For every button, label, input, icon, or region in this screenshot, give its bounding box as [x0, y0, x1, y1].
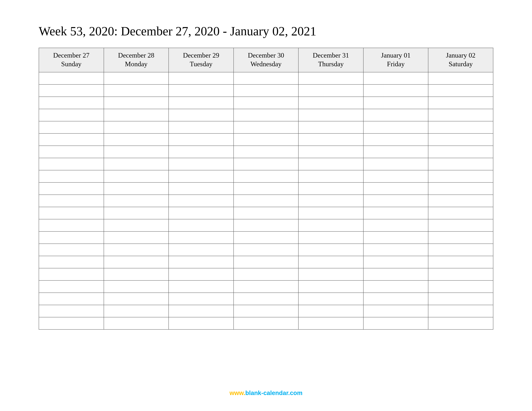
- blank-cell: [39, 182, 104, 195]
- blank-cell: [169, 121, 234, 133]
- blank-cell: [363, 72, 428, 84]
- blank-cell: [234, 182, 299, 195]
- blank-cell: [104, 305, 169, 317]
- blank-cell: [428, 121, 493, 133]
- blank-cell: [428, 84, 493, 97]
- blank-cell: [234, 305, 299, 317]
- col-day: Thursday: [300, 60, 362, 68]
- blank-cell: [363, 97, 428, 109]
- blank-cell: [363, 146, 428, 158]
- header-row: December 27 Sunday December 28 Monday De…: [39, 48, 493, 72]
- blank-cell: [363, 268, 428, 280]
- calendar-body: [39, 72, 493, 329]
- blank-cell: [39, 232, 104, 244]
- blank-cell: [39, 244, 104, 256]
- blank-cell: [298, 109, 363, 121]
- table-row: [39, 256, 493, 268]
- blank-cell: [234, 97, 299, 109]
- col-date: December 28: [105, 51, 167, 60]
- col-header-4: December 31 Thursday: [298, 48, 363, 72]
- blank-cell: [363, 121, 428, 133]
- blank-cell: [169, 256, 234, 268]
- blank-cell: [428, 317, 493, 329]
- blank-cell: [428, 305, 493, 317]
- blank-cell: [363, 244, 428, 256]
- blank-cell: [169, 207, 234, 219]
- blank-cell: [428, 133, 493, 146]
- blank-cell: [169, 84, 234, 97]
- table-row: [39, 146, 493, 158]
- blank-cell: [169, 293, 234, 305]
- blank-cell: [234, 109, 299, 121]
- blank-cell: [363, 109, 428, 121]
- blank-cell: [363, 170, 428, 182]
- blank-cell: [234, 268, 299, 280]
- blank-cell: [428, 280, 493, 293]
- blank-cell: [169, 219, 234, 232]
- blank-cell: [298, 219, 363, 232]
- blank-cell: [39, 146, 104, 158]
- blank-cell: [234, 280, 299, 293]
- blank-cell: [169, 244, 234, 256]
- blank-cell: [39, 219, 104, 232]
- blank-cell: [234, 293, 299, 305]
- blank-cell: [169, 280, 234, 293]
- blank-cell: [104, 158, 169, 170]
- blank-cell: [234, 195, 299, 207]
- blank-cell: [363, 317, 428, 329]
- blank-cell: [104, 109, 169, 121]
- col-header-0: December 27 Sunday: [39, 48, 104, 72]
- blank-cell: [104, 97, 169, 109]
- blank-cell: [363, 158, 428, 170]
- blank-cell: [428, 72, 493, 84]
- blank-cell: [169, 182, 234, 195]
- table-row: [39, 280, 493, 293]
- blank-cell: [234, 158, 299, 170]
- blank-cell: [169, 195, 234, 207]
- col-date: January 01: [365, 51, 427, 60]
- blank-cell: [169, 72, 234, 84]
- col-header-6: January 02 Saturday: [428, 48, 493, 72]
- blank-cell: [104, 219, 169, 232]
- table-row: [39, 232, 493, 244]
- blank-cell: [428, 219, 493, 232]
- blank-cell: [104, 244, 169, 256]
- col-header-5: January 01 Friday: [363, 48, 428, 72]
- blank-cell: [298, 170, 363, 182]
- blank-cell: [363, 256, 428, 268]
- blank-cell: [39, 280, 104, 293]
- blank-cell: [298, 182, 363, 195]
- blank-cell: [39, 305, 104, 317]
- blank-cell: [298, 244, 363, 256]
- table-row: [39, 84, 493, 97]
- blank-cell: [104, 72, 169, 84]
- blank-cell: [298, 232, 363, 244]
- blank-cell: [298, 84, 363, 97]
- blank-cell: [428, 207, 493, 219]
- table-row: [39, 244, 493, 256]
- blank-cell: [363, 219, 428, 232]
- col-day: Tuesday: [170, 60, 232, 68]
- table-row: [39, 109, 493, 121]
- col-date: January 02: [430, 51, 492, 60]
- blank-cell: [298, 305, 363, 317]
- blank-cell: [104, 121, 169, 133]
- table-row: [39, 72, 493, 84]
- blank-cell: [169, 133, 234, 146]
- blank-cell: [104, 256, 169, 268]
- blank-cell: [39, 195, 104, 207]
- blank-cell: [104, 268, 169, 280]
- blank-cell: [104, 146, 169, 158]
- blank-cell: [39, 317, 104, 329]
- blank-cell: [39, 158, 104, 170]
- table-row: [39, 170, 493, 182]
- footer-text-b: blank-calendar.com: [245, 390, 303, 396]
- blank-cell: [234, 207, 299, 219]
- blank-cell: [363, 195, 428, 207]
- table-row: [39, 121, 493, 133]
- blank-cell: [298, 121, 363, 133]
- col-day: Monday: [105, 60, 167, 68]
- blank-cell: [363, 280, 428, 293]
- blank-cell: [363, 207, 428, 219]
- blank-cell: [428, 195, 493, 207]
